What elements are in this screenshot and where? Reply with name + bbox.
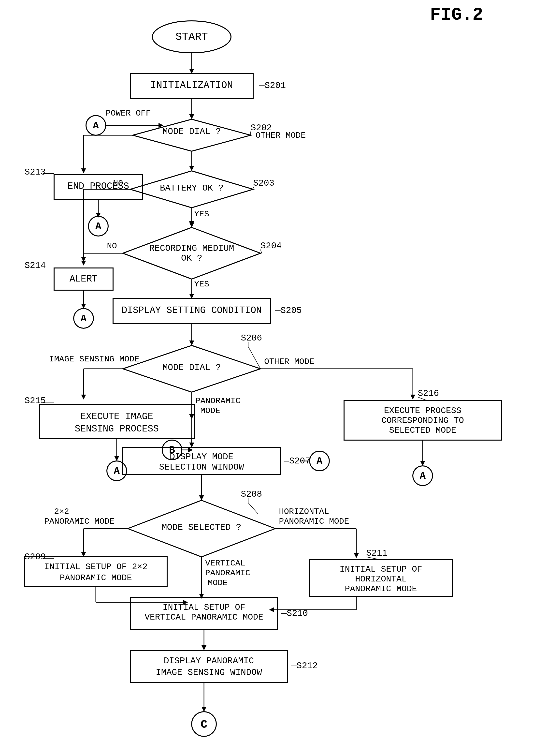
connector-c-label: C [201, 718, 208, 731]
horizontal-panoramic-label-2: PANORAMIC MODE [279, 517, 349, 526]
svg-marker-27 [81, 304, 86, 309]
s212-label-2: IMAGE SENSING WINDOW [156, 667, 262, 678]
s203-label: BATTERY OK ? [160, 183, 224, 193]
svg-marker-15 [189, 166, 194, 171]
connector-a-top-label: A [93, 120, 99, 131]
s215-label-2: SENSING PROCESS [75, 424, 159, 434]
svg-marker-32 [189, 341, 194, 345]
svg-marker-46 [420, 461, 425, 466]
svg-marker-60 [81, 552, 86, 557]
s203-step: S203 [253, 178, 274, 188]
yes-recording-label: YES [194, 280, 209, 289]
vertical-panoramic-label-3: MODE [208, 578, 228, 588]
connector-a-s216-label: A [420, 471, 426, 482]
s214-step: S214 [25, 261, 46, 271]
s216-label-1: EXECUTE PROCESS [384, 406, 461, 416]
s216-label-3: SELECTED MODE [389, 426, 456, 435]
svg-line-57 [248, 503, 258, 514]
panoramic-2x2-label-1: 2×2 [54, 507, 69, 516]
svg-marker-77 [202, 707, 207, 712]
svg-marker-52 [189, 443, 194, 447]
svg-marker-1 [189, 69, 194, 74]
vertical-panoramic-label-2: PANORAMIC [205, 568, 251, 578]
svg-marker-3 [189, 114, 194, 119]
other-mode-2-label: OTHER MODE [264, 357, 314, 366]
s212-step: —S212 [291, 661, 318, 671]
s207-label-2: SELECTION WINDOW [159, 462, 244, 472]
s214-label: ALERT [70, 274, 98, 284]
s204-step: S204 [261, 241, 281, 251]
s216-label-2: CORRESPONDING TO [381, 416, 464, 426]
svg-marker-50 [188, 447, 193, 452]
s205-label: DISPLAY SETTING CONDITION [122, 305, 262, 316]
s204-label-1: RECORDING MEDIUM [149, 243, 234, 253]
vertical-panoramic-label-1: VERTICAL [205, 559, 245, 568]
start-label: START [176, 31, 208, 43]
fig-title: FIG.2 [430, 5, 483, 25]
svg-marker-43 [410, 395, 415, 400]
s201-step: —S201 [259, 81, 286, 91]
svg-marker-55 [199, 495, 204, 500]
s212-label-1: DISPLAY PANORAMIC [164, 656, 254, 666]
panoramic-2x2-label-2: PANORAMIC MODE [44, 517, 115, 526]
other-mode-1-label: OTHER MODE [256, 131, 306, 140]
s206-step: S206 [241, 333, 262, 343]
panoramic-mode-label-2: MODE [200, 406, 221, 415]
s215-label-1: EXECUTE IMAGE [80, 411, 153, 422]
s204-label-2: OK ? [181, 253, 202, 263]
connector-a-bottom-left-label: A [95, 221, 101, 232]
yes-battery-label: YES [194, 209, 209, 219]
connector-a-left-3-label: A [81, 313, 87, 324]
s216-step: S216 [418, 388, 439, 399]
s211-label-1: INITIAL SETUP OF [339, 564, 422, 574]
s208-step: S208 [241, 489, 262, 499]
flowchart-container: FIG.2 START INITIALIZATION —S201 A MODE … [0, 0, 548, 756]
svg-marker-75 [202, 645, 207, 650]
s210-label-1: INITIAL SETUP OF [163, 603, 245, 612]
no-battery-label: NO [113, 179, 123, 188]
s213-step: S213 [25, 167, 46, 177]
s211-label-2: HORIZONTAL [355, 574, 407, 584]
svg-marker-67 [354, 553, 359, 558]
connector-a-s215-label: A [114, 466, 120, 477]
s205-step: —S205 [275, 306, 302, 316]
s201-label: INITIALIZATION [150, 80, 233, 91]
s208-label: MODE SELECTED ? [162, 522, 241, 533]
s211-step: S211 [366, 548, 387, 558]
svg-marker-37 [81, 395, 86, 400]
s209-label-1: INITIAL SETUP OF 2×2 [44, 562, 148, 572]
svg-marker-10 [81, 168, 86, 173]
s207-label-1: DISPLAY MODE [170, 452, 233, 462]
panoramic-mode-label-1: PANORAMIC [195, 396, 241, 406]
horizontal-panoramic-label-1: HORIZONTAL [279, 507, 329, 516]
connector-a-s207-right-label: A [316, 456, 322, 467]
s202-label: MODE DIAL ? [163, 127, 221, 137]
power-off-label: POWER OFF [106, 109, 151, 118]
image-sensing-mode-label: IMAGE SENSING MODE [49, 355, 139, 364]
s209-label-2: PANORAMIC MODE [60, 573, 132, 583]
s206-label: MODE DIAL ? [163, 363, 221, 373]
svg-marker-40 [114, 456, 119, 461]
s210-label-2: VERTICAL PANORAMIC MODE [145, 612, 263, 622]
svg-marker-71 [269, 607, 274, 612]
s211-label-3: PANORAMIC MODE [345, 584, 417, 594]
no-recording-label: NO [107, 241, 117, 251]
svg-marker-30 [189, 294, 194, 299]
s210-step: —S210 [281, 608, 308, 619]
